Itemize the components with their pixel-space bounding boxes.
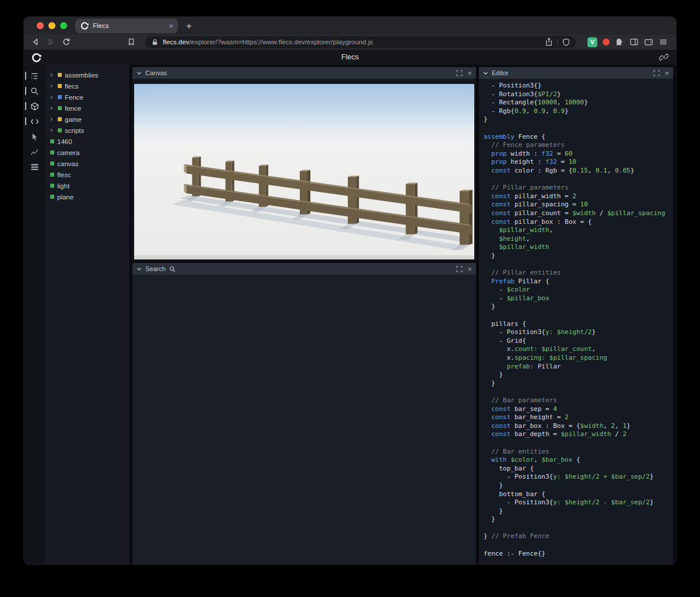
code-line [484, 388, 668, 396]
entity-tree-icon[interactable] [24, 71, 45, 81]
window-close-button[interactable] [37, 22, 44, 29]
code-line: - $color [484, 286, 668, 294]
code-line: const color : Rgb = {0.15, 0.1, 0.05} [484, 167, 668, 175]
expand-panel-icon[interactable] [456, 70, 463, 76]
app-header: Flecs [24, 50, 676, 65]
close-panel-icon[interactable]: × [467, 265, 472, 273]
code-line [484, 311, 668, 320]
code-line: bottom_bar { [484, 490, 668, 499]
tree-item-canvas[interactable]: canvas [45, 158, 130, 169]
statistics-chart-icon[interactable] [24, 146, 45, 157]
tree-item-light[interactable]: light [45, 180, 130, 191]
entity-color-square [58, 128, 62, 132]
bookmark-icon[interactable] [127, 37, 136, 47]
tree-item-1460[interactable]: 1460 [45, 136, 130, 147]
tree-item-scripts[interactable]: ›scripts [45, 125, 130, 136]
reload-button[interactable] [61, 37, 71, 47]
close-panel-icon[interactable]: × [467, 69, 472, 77]
wallet-icon[interactable] [644, 37, 653, 47]
entity-color-square [50, 184, 54, 188]
search-results-area[interactable] [132, 275, 476, 564]
address-bar[interactable]: flecs.dev/explorer/?wasm=https://www.fle… [145, 36, 576, 48]
canvas-3d-icon[interactable] [24, 101, 45, 111]
code-line: - Rgb{0.9, 0.9, 0.9} [484, 107, 668, 116]
expand-panel-icon[interactable] [456, 266, 463, 272]
tree-item-plane[interactable]: plane [45, 191, 130, 202]
code-line: const bar_height = 2 [484, 413, 668, 422]
expand-chevron-icon[interactable]: › [50, 115, 55, 122]
tree-item-flesc[interactable]: flesc [45, 169, 130, 180]
search-icon[interactable] [24, 86, 45, 96]
code-line: pillars { [484, 320, 668, 329]
traffic-lights [24, 22, 75, 29]
back-button[interactable] [31, 37, 40, 47]
fence-3d-render[interactable] [134, 84, 474, 259]
red-extension-icon[interactable] [603, 38, 610, 45]
menu-icon[interactable] [659, 37, 668, 47]
new-tab-button[interactable]: + [186, 21, 192, 31]
expand-chevron-icon[interactable]: › [50, 104, 55, 111]
code-line: - Position3{} [484, 82, 668, 90]
code-line: - Position3{y: $height/2 + $bar_sep/2} [484, 473, 668, 482]
entity-color-square [58, 84, 62, 88]
entity-color-square [50, 195, 54, 199]
inspector-cursor-icon[interactable] [24, 131, 45, 142]
search-panel-header: Search × [132, 263, 476, 275]
sidebar-panel-icon[interactable] [629, 37, 639, 47]
tree-item-Fence[interactable]: ›Fence [45, 92, 130, 103]
window-zoom-button[interactable] [60, 22, 67, 29]
search-panel: Search × [132, 263, 476, 564]
tree-item-game[interactable]: ›game [45, 114, 130, 125]
tree-item-flecs[interactable]: ›flecs [45, 80, 130, 92]
expand-chevron-icon[interactable]: › [50, 71, 55, 78]
code-line: // Pillar entities [484, 269, 668, 278]
tree-item-assemblies[interactable]: ›assemblies [45, 69, 130, 80]
forward-button[interactable] [46, 37, 55, 47]
entity-color-square [50, 139, 54, 143]
tree-item-label: camera [57, 149, 79, 156]
code-line: } [484, 515, 668, 524]
browser-tab[interactable]: Flecs × [75, 19, 178, 33]
expand-panel-icon[interactable] [653, 70, 660, 76]
code-line: // Bar parameters [484, 396, 668, 405]
tree-item-fence[interactable]: ›fence [45, 103, 130, 114]
shield-icon[interactable] [561, 37, 570, 47]
collapse-chevron-icon[interactable] [483, 71, 488, 76]
tree-item-label: flecs [65, 83, 79, 90]
window-minimize-button[interactable] [48, 22, 55, 29]
entity-color-square [58, 117, 62, 121]
code-editor[interactable]: - Position3{} - Rotation3{$PI/2} - Recta… [479, 79, 673, 564]
tree-item-label: canvas [57, 160, 78, 167]
flecs-favicon [80, 22, 89, 30]
tree-item-camera[interactable]: camera [45, 147, 130, 158]
extensions-puzzle-icon[interactable] [615, 37, 624, 47]
collapse-chevron-icon[interactable] [136, 266, 142, 272]
expand-chevron-icon[interactable]: › [50, 93, 55, 100]
code-line: const bar_sep = 4 [484, 405, 668, 414]
code-line: } [484, 380, 668, 388]
close-panel-icon[interactable]: × [664, 69, 669, 77]
collapse-chevron-icon[interactable] [136, 71, 142, 76]
code-line: prop height : f32 = 10 [484, 158, 668, 167]
code-line: with $color, $bar_box { [484, 456, 668, 465]
tab-close-icon[interactable]: × [169, 22, 173, 30]
code-line: // Pillar parameters [484, 184, 668, 192]
share-icon[interactable] [544, 37, 554, 47]
code-line: fence :- Fence{} [484, 550, 668, 559]
panel-icon-sidebar [24, 65, 45, 564]
tab-title: Flecs [93, 22, 164, 29]
tree-item-label: game [65, 116, 82, 123]
code-line: } [484, 252, 668, 261]
code-line: } [484, 115, 668, 124]
vue-devtools-icon[interactable]: V [587, 37, 597, 47]
expand-chevron-icon[interactable]: › [50, 126, 55, 134]
code-line: - Rotation3{$PI/2} [484, 90, 668, 99]
entity-color-square [50, 161, 54, 166]
tree-item-label: Fence [65, 94, 83, 101]
data-tables-icon[interactable] [24, 161, 45, 172]
code-line: const bar_box : Box = {$width, 2, 1} [484, 422, 668, 431]
expand-chevron-icon[interactable]: › [50, 82, 55, 89]
code-editor-icon[interactable] [24, 116, 45, 127]
share-link-icon[interactable] [659, 52, 668, 62]
code-line: - $pillar_box [484, 294, 668, 303]
